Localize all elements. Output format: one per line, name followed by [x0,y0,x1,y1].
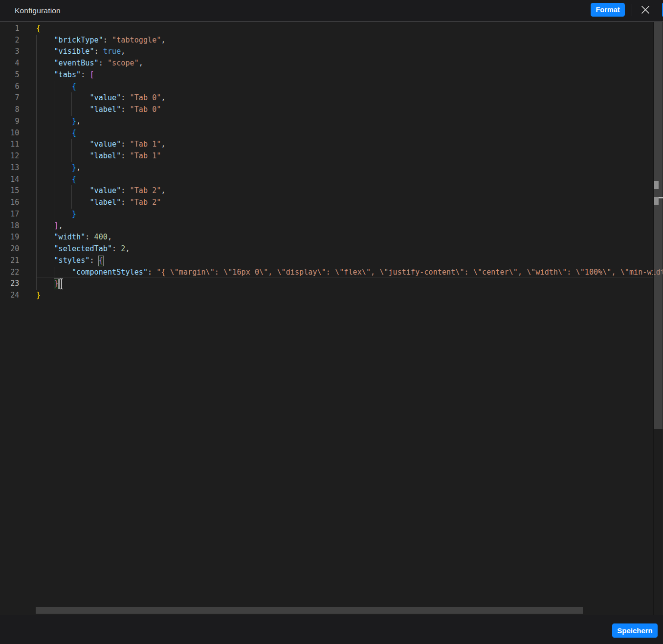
code-token [36,210,72,218]
code-line[interactable]: { [36,128,76,139]
line-number[interactable]: 9 [0,116,20,128]
code-line[interactable]: "visible": true, [36,46,125,58]
line-number[interactable]: 3 [0,46,20,58]
code-token: : [112,244,121,253]
line-number[interactable]: 23 [0,278,20,290]
code-line[interactable]: "selectedTab": 2, [36,243,130,255]
code-token [36,244,54,253]
code-token: } [36,291,41,300]
code-token: "Tab 2" [130,186,161,195]
code-token: [ [89,70,94,79]
code-token: : [121,198,130,207]
code-token: "Tab 0" [130,105,161,114]
line-number[interactable]: 14 [0,174,20,186]
code-token: "tabtoggle" [112,36,161,44]
code-line[interactable]: { [36,81,76,93]
code-token [36,140,89,149]
line-number[interactable]: 19 [0,232,20,243]
code-line[interactable]: "componentStyles": "{ \"margin\": \"16px… [36,267,663,279]
code-token [36,268,72,277]
code-line[interactable]: { [36,174,76,186]
code-token: "{ \"margin\": \"16px 0\", \"display\": … [156,268,663,277]
line-number[interactable]: 15 [0,185,20,197]
close-icon [640,4,651,16]
code-token: "width" [54,233,85,241]
code-token: , [76,117,81,126]
code-token: "value" [89,93,121,102]
code-token [36,256,54,265]
code-token: "brickType" [54,36,103,44]
code-line[interactable]: "label": "Tab 0" [36,104,161,116]
line-number[interactable]: 6 [0,81,20,93]
line-number[interactable]: 17 [0,209,20,220]
line-number[interactable]: 16 [0,197,20,209]
line-number[interactable]: 22 [0,267,20,279]
code-token: , [59,221,63,230]
line-number[interactable]: 4 [0,58,20,69]
code-token [36,175,72,184]
code-token: : [121,151,130,160]
code-line[interactable]: "label": "Tab 1" [36,150,161,162]
line-number[interactable]: 13 [0,162,20,174]
line-number[interactable]: 24 [0,290,20,301]
code-token [36,105,89,114]
code-token: "label" [89,151,121,160]
code-line[interactable]: { [36,23,41,35]
current-line-highlight [36,278,653,289]
code-token: { [72,129,76,137]
line-number[interactable]: 7 [0,92,20,104]
line-number[interactable]: 12 [0,150,20,162]
code-line[interactable]: "value": "Tab 2", [36,185,166,197]
code-line[interactable]: ], [36,220,63,232]
code-line[interactable]: "value": "Tab 0", [36,92,166,104]
code-line[interactable]: }, [36,116,81,128]
vertical-scrollbar-slider[interactable] [654,22,663,429]
code-token: "eventBus" [54,59,98,67]
code-line[interactable]: "label": "Tab 2" [36,197,161,209]
code-token: : [121,186,130,195]
code-token: : [89,256,98,265]
line-number[interactable]: 5 [0,69,20,81]
code-line[interactable]: "eventBus": "scope", [36,58,143,69]
close-button[interactable] [640,4,651,16]
code-line[interactable]: "value": "Tab 1", [36,139,166,150]
format-button[interactable]: Format [591,3,625,17]
line-number[interactable]: 20 [0,243,20,255]
code-line[interactable]: } [36,209,76,220]
code-line[interactable]: "styles": { [36,255,103,267]
code-token [36,233,54,241]
line-number[interactable]: 21 [0,255,20,267]
line-number[interactable]: 11 [0,139,20,150]
code-token: : [121,93,130,102]
code-line[interactable]: "width": 400, [36,232,112,243]
ibeam-mouse-pointer [58,278,65,292]
code-line[interactable]: }, [36,162,81,174]
code-line[interactable]: "brickType": "tabtoggle", [36,35,166,46]
code-token: "scope" [108,59,139,67]
horizontal-scrollbar-slider[interactable] [36,607,583,614]
line-number[interactable]: 2 [0,35,20,46]
overview-cursor-mark [659,197,663,198]
line-number[interactable]: 10 [0,128,20,139]
line-number[interactable]: 1 [0,23,20,35]
code-token: "styles" [54,256,89,265]
code-line[interactable]: } [36,290,41,301]
code-token: , [76,163,81,172]
code-token: "Tab 0" [130,93,161,102]
code-token [36,163,72,172]
code-token [36,198,89,207]
dialog-header: Konfiguration Format [0,0,663,21]
code-token [36,36,54,44]
code-token: "Tab 1" [130,140,161,149]
header-divider [632,4,632,16]
code-token: , [161,140,165,149]
line-number[interactable]: 8 [0,104,20,116]
code-token: "visible" [54,47,94,56]
code-editor[interactable]: 1{2 "brickType": "tabtoggle",3 "visible"… [0,22,663,615]
code-token: } [72,163,76,172]
code-token [36,129,72,137]
code-line[interactable]: "tabs": [ [36,69,94,81]
code-token: } [72,117,76,126]
line-number[interactable]: 18 [0,220,20,232]
save-button[interactable]: Speichern [612,623,658,638]
